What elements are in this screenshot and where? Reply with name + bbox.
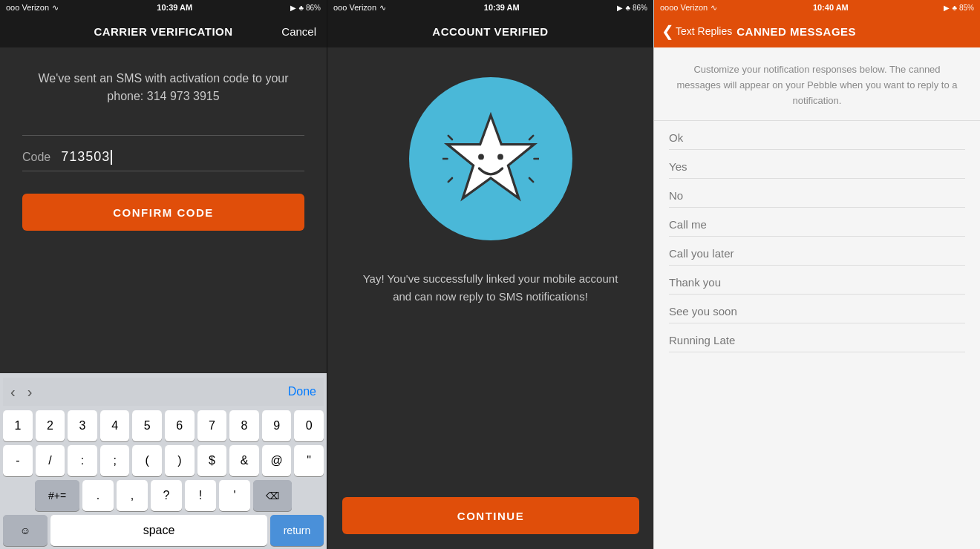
wifi-icon-p3: ∿ xyxy=(710,3,717,13)
nav-title-p1: CARRIER VERIFICATION xyxy=(94,25,232,38)
canned-input-call-you-later[interactable] xyxy=(669,247,965,260)
key-colon[interactable]: : xyxy=(68,445,97,476)
key-3[interactable]: 3 xyxy=(68,410,97,441)
key-lparen[interactable]: ( xyxy=(132,445,162,476)
sms-description: We've sent an SMS with activation code t… xyxy=(22,70,304,105)
keyboard: ‹ › Done 1 2 3 4 5 6 7 8 9 0 - / xyxy=(0,373,327,549)
status-bar-p3: oooo Verizon ∿ 10:40 AM ▶ ♣ 85% xyxy=(654,0,980,15)
panel2-content: Yay! You've successfully linked your mob… xyxy=(327,47,653,497)
key-9[interactable]: 9 xyxy=(262,410,292,441)
key-dollar[interactable]: $ xyxy=(197,445,227,476)
verified-star-circle xyxy=(409,77,572,240)
status-time-p1: 10:39 AM xyxy=(157,3,192,12)
nav-bar-p3: ❮ Text Replies CANNED MESSAGES xyxy=(654,15,980,47)
status-right-p2: ▶ ♣ 86% xyxy=(617,4,647,12)
canned-input-see-you-soon[interactable] xyxy=(669,305,965,318)
status-bar-p1: ooo Verizon ∿ 10:39 AM ▶ ♣ 86% xyxy=(0,0,327,15)
key-space[interactable]: space xyxy=(50,515,267,546)
keyboard-nav-arrows: ‹ › xyxy=(10,384,32,401)
svg-line-6 xyxy=(448,178,451,182)
keyboard-rows: 1 2 3 4 5 6 7 8 9 0 - / : ; ( ) $ & xyxy=(3,410,324,546)
bluetooth-icon-p3: ♣ xyxy=(952,4,957,12)
star-icon xyxy=(442,111,539,207)
panel-account-verified: ooo Verizon ∿ 10:39 AM ▶ ♣ 86% ACCOUNT V… xyxy=(327,0,653,549)
status-bar-p2: ooo Verizon ∿ 10:39 AM ▶ ♣ 86% xyxy=(327,0,653,15)
key-comma[interactable]: , xyxy=(117,480,148,511)
carrier-label-p3: oooo Verizon xyxy=(660,3,708,12)
canned-item-5 xyxy=(669,266,965,295)
delete-key[interactable]: ⌫ xyxy=(253,480,292,511)
canned-input-thank-you[interactable] xyxy=(669,276,965,289)
key-slash[interactable]: / xyxy=(36,445,65,476)
svg-line-9 xyxy=(529,178,533,182)
canned-input-yes[interactable] xyxy=(669,160,965,173)
canned-input-ok[interactable] xyxy=(669,131,965,144)
status-time-p3: 10:40 AM xyxy=(813,3,849,12)
continue-button[interactable]: CONTINUE xyxy=(342,497,639,534)
key-emoji[interactable]: ☺ xyxy=(3,515,48,546)
key-2[interactable]: 2 xyxy=(36,410,65,441)
key-period[interactable]: . xyxy=(82,480,114,511)
bluetooth-icon-p2: ♣ xyxy=(625,4,630,12)
status-carrier-p2: ooo Verizon ∿ xyxy=(333,3,386,13)
canned-item-4 xyxy=(669,237,965,266)
code-input[interactable]: 713503 xyxy=(61,149,112,165)
key-rparen[interactable]: ) xyxy=(165,445,195,476)
keyboard-toolbar: ‹ › Done xyxy=(3,378,324,406)
keyboard-symbol-row: - / : ; ( ) $ & @ " xyxy=(3,445,324,476)
key-hash[interactable]: #+= xyxy=(35,480,79,511)
key-exclaim[interactable]: ! xyxy=(185,480,216,511)
key-8[interactable]: 8 xyxy=(229,410,259,441)
divider-top xyxy=(22,135,304,136)
confirm-code-button[interactable]: CONFIRM CODE xyxy=(22,194,304,231)
status-right-p1: ▶ ♣ 86% xyxy=(290,4,321,12)
nav-title-p3: CANNED MESSAGES xyxy=(736,25,856,38)
panel-carrier-verification: ooo Verizon ∿ 10:39 AM ▶ ♣ 86% CARRIER V… xyxy=(0,0,327,549)
key-1[interactable]: 1 xyxy=(3,410,33,441)
bluetooth-icon: ♣ xyxy=(298,4,304,12)
key-apostrophe[interactable]: ' xyxy=(219,480,250,511)
key-question[interactable]: ? xyxy=(151,480,182,511)
next-arrow[interactable]: › xyxy=(27,384,33,401)
battery-p2: 86% xyxy=(633,4,647,12)
cancel-button[interactable]: Cancel xyxy=(281,25,316,38)
nav-bar-p1: CARRIER VERIFICATION Cancel xyxy=(0,15,327,47)
key-amp[interactable]: & xyxy=(229,445,259,476)
canned-input-no[interactable] xyxy=(669,189,965,202)
nav-bar-p2: ACCOUNT VERIFIED xyxy=(327,15,653,47)
prev-arrow[interactable]: ‹ xyxy=(10,384,16,401)
svg-marker-0 xyxy=(447,116,534,199)
key-7[interactable]: 7 xyxy=(197,410,227,441)
key-quote[interactable]: " xyxy=(294,445,324,476)
key-semicolon[interactable]: ; xyxy=(100,445,130,476)
key-6[interactable]: 6 xyxy=(165,410,195,441)
keyboard-bottom-row: ☺ space return xyxy=(3,515,324,546)
keyboard-number-row: 1 2 3 4 5 6 7 8 9 0 xyxy=(3,410,324,441)
canned-input-call-me[interactable] xyxy=(669,218,965,231)
battery-p3: 85% xyxy=(959,4,974,12)
canned-input-running-late[interactable] xyxy=(669,334,965,346)
key-5[interactable]: 5 xyxy=(132,410,162,441)
wifi-icon: ∿ xyxy=(52,3,59,13)
svg-line-7 xyxy=(529,136,533,139)
carrier-label-p2: ooo Verizon xyxy=(333,3,376,12)
canned-item-3 xyxy=(669,208,965,237)
canned-item-2 xyxy=(669,179,965,208)
wifi-icon-p2: ∿ xyxy=(379,3,386,13)
panel-canned-messages: oooo Verizon ∿ 10:40 AM ▶ ♣ 85% ❮ Text R… xyxy=(653,0,980,549)
key-dash[interactable]: - xyxy=(3,445,33,476)
keyboard-done-button[interactable]: Done xyxy=(288,385,316,398)
key-at[interactable]: @ xyxy=(262,445,292,476)
svg-line-4 xyxy=(448,136,451,139)
key-return[interactable]: return xyxy=(270,515,324,546)
svg-point-2 xyxy=(497,154,503,160)
location-icon-p2: ▶ xyxy=(617,4,623,12)
key-4[interactable]: 4 xyxy=(100,410,130,441)
battery-p1: 86% xyxy=(306,4,321,12)
canned-messages-list xyxy=(654,121,980,549)
key-0[interactable]: 0 xyxy=(294,410,324,441)
carrier-label-p1: ooo Verizon xyxy=(6,3,49,12)
back-button[interactable]: ❮ Text Replies xyxy=(662,24,732,39)
back-label: Text Replies xyxy=(676,25,732,37)
status-right-p3: ▶ ♣ 85% xyxy=(944,4,974,12)
